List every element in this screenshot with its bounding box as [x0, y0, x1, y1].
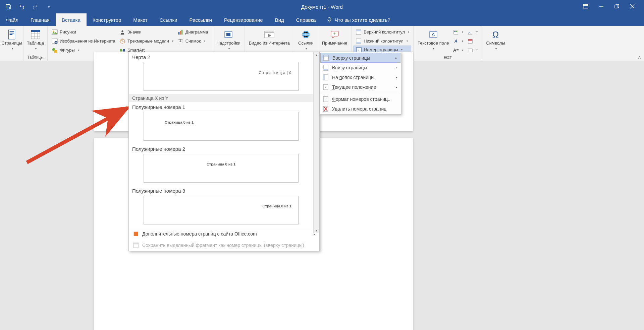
- pictures-button[interactable]: Рисунки: [50, 27, 117, 37]
- gallery-item-label[interactable]: Полужирные номера 3: [129, 186, 313, 195]
- gallery-more-office[interactable]: Дополнительные номера страниц с сайта Of…: [129, 228, 319, 240]
- svg-rect-23: [180, 31, 181, 35]
- tab-layout[interactable]: Макет: [127, 13, 153, 26]
- wordart-icon: A: [453, 38, 459, 44]
- quick-parts-button[interactable]: ▾: [451, 27, 465, 37]
- tab-home[interactable]: Главная: [24, 13, 56, 26]
- tab-file[interactable]: Файл: [0, 13, 24, 26]
- tab-references[interactable]: Ссылки: [154, 13, 183, 26]
- svg-rect-29: [226, 33, 230, 36]
- screenshot-icon: [177, 38, 183, 44]
- svg-point-14: [53, 30, 54, 32]
- textbox-icon: A: [428, 29, 439, 40]
- window-title: Документ1 - Word: [301, 4, 343, 10]
- gallery-preview-1[interactable]: Страница 0 из 1: [144, 112, 299, 141]
- gallery-scrollbar[interactable]: ▴ ▾: [313, 52, 319, 233]
- collapse-ribbon-icon[interactable]: ᐱ: [638, 56, 641, 59]
- page-pos-icon: #: [323, 84, 329, 90]
- menu-separator: [321, 93, 399, 93]
- addins-icon: [223, 29, 234, 40]
- chart-button[interactable]: Диаграмма: [175, 27, 210, 37]
- parts-icon: [453, 29, 459, 35]
- table-button[interactable]: Таблица▾: [25, 27, 45, 55]
- svg-rect-53: [324, 55, 328, 57]
- tab-review[interactable]: Рецензирование: [218, 13, 269, 26]
- minimize-icon[interactable]: [599, 4, 604, 10]
- menu-top-of-page[interactable]: Вверху страницы ▸: [320, 53, 400, 63]
- table-icon: [30, 29, 41, 40]
- gallery-category: Страница X из Y: [129, 94, 313, 102]
- svg-text:1.: 1.: [324, 98, 327, 101]
- redo-icon: [32, 3, 39, 10]
- menu-remove-page-numbers[interactable]: Удалить номера страниц: [320, 104, 401, 114]
- svg-rect-0: [7, 4, 9, 6]
- chevron-right-icon: ▸: [396, 66, 397, 69]
- page-number-menu: Вверху страницы ▸ Внизу страницы ▸ На по…: [320, 52, 401, 115]
- svg-text:+: +: [333, 31, 336, 36]
- maximize-icon[interactable]: [614, 4, 619, 10]
- tab-insert[interactable]: Вставка: [56, 13, 87, 26]
- svg-rect-43: [454, 30, 456, 32]
- menu-current-position[interactable]: # Текущее положение ▸: [320, 82, 401, 92]
- omega-icon: Ω: [490, 29, 501, 40]
- gallery-item-label[interactable]: Черта 2: [129, 52, 313, 61]
- gallery-item-label[interactable]: Полужирные номера 1: [129, 102, 313, 111]
- svg-rect-49: [134, 232, 138, 236]
- tab-design[interactable]: Конструктор: [87, 13, 127, 26]
- drop-cap-button[interactable]: A≡▾: [451, 46, 465, 55]
- online-picture-icon: [52, 38, 58, 44]
- cube-icon: [119, 38, 125, 44]
- icons-icon: [119, 29, 125, 35]
- pages-button[interactable]: Страницы▾: [2, 27, 21, 60]
- menu-bottom-of-page[interactable]: Внизу страницы ▸: [320, 63, 401, 72]
- screenshot-button[interactable]: Снимок▾: [175, 37, 210, 46]
- wordart-button[interactable]: A▾: [451, 37, 465, 46]
- qat-customize-icon[interactable]: ▾: [45, 3, 52, 10]
- shapes-icon: [52, 47, 58, 53]
- tab-view[interactable]: Вид: [269, 13, 290, 26]
- group-text-label: екст: [414, 55, 482, 61]
- signature-button[interactable]: ▾: [465, 27, 480, 37]
- page-bottom-icon: [323, 65, 329, 71]
- svg-rect-44: [456, 30, 458, 32]
- text-box-button[interactable]: A Текстовое поле▾: [416, 27, 451, 55]
- svg-rect-24: [181, 29, 182, 34]
- 3d-models-button[interactable]: Трехмерные модели▾: [117, 37, 175, 46]
- online-pictures-button[interactable]: Изображения из Интернета: [50, 37, 117, 46]
- save-icon[interactable]: [5, 3, 12, 10]
- dropcap-icon: A≡: [453, 47, 459, 53]
- footer-button[interactable]: Нижний колонтитул▾: [354, 37, 411, 46]
- symbols-button[interactable]: Ω Символы▾: [484, 27, 507, 60]
- svg-rect-37: [356, 42, 361, 44]
- page-number-gallery: Черта 2 С т р а н и ц а | 0 Страница X и…: [128, 52, 320, 251]
- svg-rect-8: [10, 31, 14, 32]
- icons-button[interactable]: Значки: [117, 27, 175, 37]
- gallery-item-label[interactable]: Полужирные номера 2: [129, 144, 313, 153]
- gallery-preview-0[interactable]: С т р а н и ц а | 0: [144, 62, 299, 91]
- undo-icon[interactable]: [18, 3, 25, 10]
- gallery-preview-3[interactable]: Страница 0 из 1: [144, 196, 299, 224]
- scroll-up-icon[interactable]: ▴: [314, 52, 319, 58]
- ribbon-tabs: Файл Главная Вставка Конструктор Макет С…: [0, 13, 644, 26]
- close-icon[interactable]: [630, 4, 635, 10]
- object-button[interactable]: ▾: [465, 46, 480, 55]
- menu-page-margins[interactable]: На полях страницы ▸: [320, 72, 401, 82]
- svg-text:#: #: [358, 49, 360, 52]
- title-bar: ▾ Документ1 - Word: [0, 0, 644, 13]
- tab-help[interactable]: Справка: [290, 13, 322, 26]
- svg-rect-47: [468, 49, 472, 52]
- ribbon-display-icon[interactable]: [583, 4, 588, 10]
- format-icon: 1.: [323, 96, 329, 102]
- tell-me-search[interactable]: Что вы хотите сделать?: [322, 13, 390, 26]
- svg-point-26: [179, 40, 181, 42]
- bulb-icon: [327, 17, 332, 22]
- menu-format-page-numbers[interactable]: 1. Формат номеров страниц...: [320, 94, 401, 104]
- svg-rect-4: [615, 5, 618, 8]
- gallery-preview-2[interactable]: Страница 0 из 1: [144, 154, 299, 183]
- header-button[interactable]: Верхний колонтитул▾: [354, 27, 411, 37]
- office-icon: [133, 231, 139, 237]
- date-time-button[interactable]: [465, 37, 480, 46]
- chevron-right-icon: ▸: [395, 56, 397, 60]
- tab-mailings[interactable]: Рассылки: [183, 13, 218, 26]
- picture-icon: [52, 29, 58, 35]
